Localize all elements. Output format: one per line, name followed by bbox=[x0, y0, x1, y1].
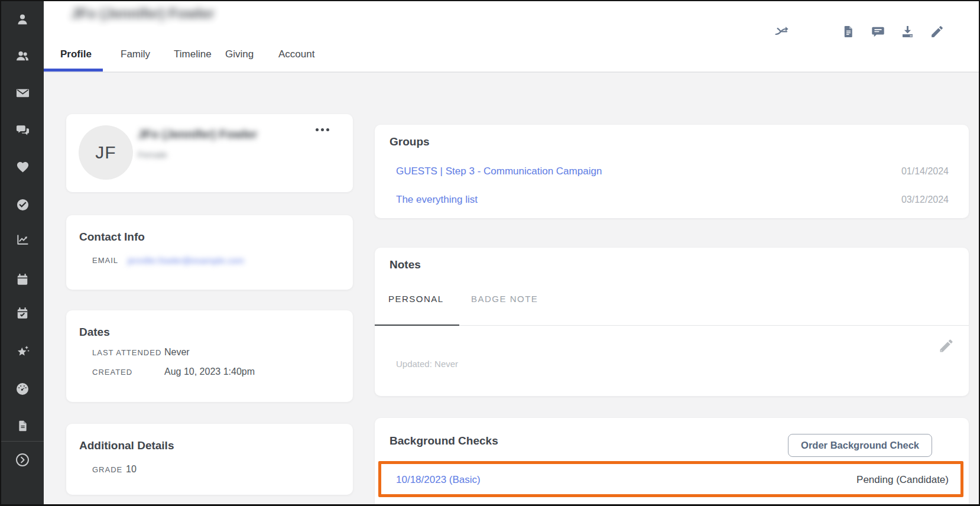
notes-tab-divider bbox=[459, 325, 969, 326]
group-row: GUESTS | Step 3 - Communication Campaign… bbox=[396, 166, 949, 177]
group-link[interactable]: The everything list bbox=[396, 194, 478, 206]
profile-card: JF JFo (Jennifer) Fowler Female bbox=[66, 114, 353, 192]
notes-active-tab-underline bbox=[375, 325, 459, 326]
person-icon[interactable] bbox=[15, 12, 30, 27]
grade-label: GRADE bbox=[92, 465, 126, 474]
tab-account[interactable]: Account bbox=[278, 48, 314, 60]
people-icon[interactable] bbox=[15, 48, 30, 63]
notes-tab-personal[interactable]: PERSONAL bbox=[388, 294, 444, 304]
sidebar bbox=[1, 1, 44, 504]
avatar: JF bbox=[79, 125, 133, 180]
ellipsis-menu-icon[interactable] bbox=[313, 128, 329, 131]
email-label: EMAIL bbox=[92, 256, 128, 265]
order-background-check-button[interactable]: Order Background Check bbox=[788, 434, 932, 457]
highlight-annotation-rectangle bbox=[378, 461, 963, 497]
chevron-circle-icon[interactable] bbox=[15, 452, 30, 468]
sidebar-divider bbox=[1, 441, 44, 442]
contact-info-card: Contact Info EMAIL jennifer.fowler@examp… bbox=[66, 215, 353, 290]
groups-card: Groups GUESTS | Step 3 - Communication C… bbox=[375, 125, 969, 218]
edit-icon[interactable] bbox=[929, 24, 945, 39]
heart-icon[interactable] bbox=[15, 159, 30, 174]
additional-details-title: Additional Details bbox=[79, 439, 174, 452]
star-sparkle-icon[interactable] bbox=[15, 344, 30, 359]
group-date: 01/14/2024 bbox=[901, 166, 949, 177]
notes-card: Notes PERSONAL BADGE NOTE Updated: Never bbox=[375, 248, 969, 396]
created-value: Aug 10, 2023 1:40pm bbox=[164, 366, 255, 377]
document-icon[interactable] bbox=[15, 418, 30, 433]
note-edit-pencil-icon[interactable] bbox=[938, 338, 955, 354]
gauge-icon[interactable] bbox=[15, 381, 30, 397]
grade-value: 10 bbox=[126, 464, 137, 475]
chat-icon[interactable] bbox=[15, 122, 30, 138]
notes-updated-text: Updated: Never bbox=[396, 359, 458, 369]
person-subtitle-blurred: Female bbox=[138, 150, 167, 160]
background-checks-title: Background Checks bbox=[390, 434, 498, 447]
group-date: 03/12/2024 bbox=[901, 194, 949, 205]
contact-info-title: Contact Info bbox=[79, 231, 145, 244]
group-row: The everything list 03/12/2024 bbox=[396, 194, 949, 206]
check-circle-icon[interactable] bbox=[15, 197, 30, 212]
page-title: JFo (Jennifer) Fowler bbox=[71, 5, 215, 22]
tab-profile[interactable]: Profile bbox=[60, 48, 92, 60]
header-actions bbox=[760, 24, 945, 39]
group-link[interactable]: GUESTS | Step 3 - Communication Campaign bbox=[396, 166, 602, 177]
notes-tab-badge-note[interactable]: BADGE NOTE bbox=[471, 294, 538, 304]
created-label: CREATED bbox=[92, 368, 164, 377]
envelope-icon[interactable] bbox=[15, 85, 30, 100]
comment-icon[interactable] bbox=[870, 24, 885, 39]
file-icon[interactable] bbox=[841, 24, 856, 39]
dates-card: Dates LAST ATTENDED Never CREATED Aug 10… bbox=[66, 310, 353, 402]
person-name-blurred: JFo (Jennifer) Fowler bbox=[138, 128, 257, 141]
tab-timeline[interactable]: Timeline bbox=[174, 48, 212, 60]
download-icon[interactable] bbox=[900, 24, 915, 39]
header-divider bbox=[44, 72, 979, 73]
header: JFo (Jennifer) Fowler Profile Family Tim… bbox=[44, 1, 979, 73]
last-attended-value: Never bbox=[164, 347, 190, 358]
calendar-icon[interactable] bbox=[15, 272, 30, 287]
tab-giving[interactable]: Giving bbox=[225, 48, 254, 60]
groups-title: Groups bbox=[390, 135, 430, 148]
tab-family[interactable]: Family bbox=[121, 48, 150, 60]
chart-icon[interactable] bbox=[15, 232, 30, 247]
app-window: JFo (Jennifer) Fowler Profile Family Tim… bbox=[0, 0, 980, 506]
additional-details-card: Additional Details GRADE 10 bbox=[66, 424, 353, 495]
calendar-check-icon[interactable] bbox=[15, 306, 30, 321]
notes-title: Notes bbox=[390, 258, 421, 271]
last-attended-label: LAST ATTENDED bbox=[92, 348, 164, 357]
background-checks-card: Background Checks Order Background Check… bbox=[375, 418, 969, 505]
merge-icon[interactable] bbox=[774, 24, 790, 39]
dates-title: Dates bbox=[79, 326, 110, 339]
email-link-blurred[interactable]: jennifer.fowler@example.com bbox=[128, 255, 244, 265]
